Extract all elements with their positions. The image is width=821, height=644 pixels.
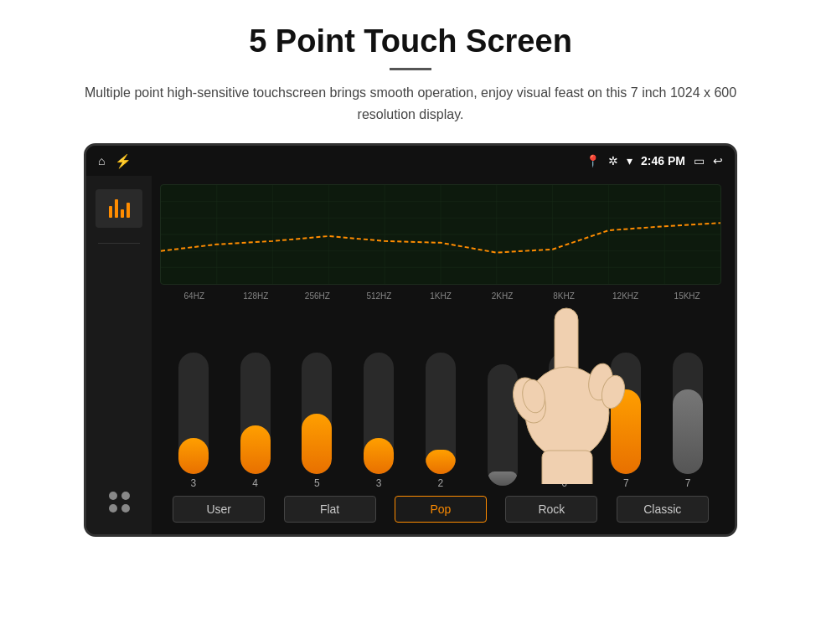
battery-icon: ▭ bbox=[694, 154, 705, 167]
slider-col-2khz bbox=[488, 364, 518, 489]
main-content: 64HZ 128HZ 256HZ 512HZ 1KHZ 2KHZ 8KHZ 12… bbox=[86, 176, 735, 534]
preset-buttons: User Flat Pop Rock Classic bbox=[160, 489, 721, 526]
bluetooth-icon: ✲ bbox=[608, 154, 618, 167]
preset-pop-button[interactable]: Pop bbox=[395, 496, 487, 523]
freq-8khz: 8KHZ bbox=[543, 291, 585, 301]
slider-col-12khz: 7 bbox=[611, 353, 641, 489]
slider-track-2khz[interactable] bbox=[488, 364, 518, 486]
freq-1khz: 1KHZ bbox=[420, 291, 462, 301]
freq-labels: 64HZ 128HZ 256HZ 512HZ 1KHZ 2KHZ 8KHZ 12… bbox=[160, 291, 721, 301]
preset-rock-button[interactable]: Rock bbox=[505, 496, 597, 523]
slider-val-512hz: 3 bbox=[376, 477, 382, 489]
preset-flat-button[interactable]: Flat bbox=[284, 496, 376, 523]
freq-256hz: 256HZ bbox=[297, 291, 338, 301]
slider-track-8khz[interactable] bbox=[549, 353, 579, 474]
status-left: ⌂ ⚡ bbox=[98, 153, 132, 169]
preset-user-button[interactable]: User bbox=[173, 496, 265, 523]
slider-val-1khz: 2 bbox=[438, 477, 444, 489]
slider-col-64hz: 3 bbox=[178, 353, 209, 489]
slider-col-8khz: 6 bbox=[549, 353, 579, 489]
slider-track-512hz[interactable] bbox=[364, 353, 394, 474]
slider-track-15khz[interactable] bbox=[673, 353, 703, 474]
slider-col-15khz: 7 bbox=[673, 353, 703, 489]
location-icon: 📍 bbox=[586, 154, 600, 167]
slider-track-1khz[interactable] bbox=[426, 353, 456, 474]
slider-val-12khz: 7 bbox=[623, 477, 629, 489]
subtitle: Multiple point high-sensitive touchscree… bbox=[67, 82, 754, 125]
eq-icon bbox=[109, 199, 130, 218]
slider-col-1khz: 2 bbox=[426, 353, 456, 489]
back-icon[interactable]: ↩ bbox=[713, 154, 723, 167]
preset-classic-button[interactable]: Classic bbox=[617, 496, 709, 523]
sliders-area: 3 4 5 bbox=[160, 306, 721, 489]
slider-track-256hz[interactable] bbox=[302, 353, 332, 474]
freq-512hz: 512HZ bbox=[358, 291, 400, 301]
device-frame: ⌂ ⚡ 📍 ✲ ▾ 2:46 PM ▭ ↩ bbox=[84, 143, 737, 537]
slider-col-512hz: 3 bbox=[364, 353, 394, 489]
eq-graph bbox=[160, 184, 721, 285]
freq-64hz: 64HZ bbox=[173, 291, 215, 301]
eq-sidebar-button[interactable] bbox=[96, 189, 142, 228]
slider-col-256hz: 5 bbox=[302, 353, 332, 489]
wifi-icon: ▾ bbox=[627, 154, 633, 167]
home-icon[interactable]: ⌂ bbox=[98, 154, 105, 167]
freq-2khz: 2KHZ bbox=[482, 291, 524, 301]
dots-icon bbox=[109, 492, 130, 513]
slider-val-128hz: 4 bbox=[252, 477, 258, 489]
eq-panel: 64HZ 128HZ 256HZ 512HZ 1KHZ 2KHZ 8KHZ 12… bbox=[152, 176, 735, 534]
slider-track-128hz[interactable] bbox=[240, 353, 271, 474]
slider-track-12khz[interactable] bbox=[611, 353, 641, 474]
slider-val-256hz: 5 bbox=[314, 477, 320, 489]
slider-val-64hz: 3 bbox=[191, 477, 197, 489]
status-right: 📍 ✲ ▾ 2:46 PM ▭ ↩ bbox=[586, 154, 723, 167]
freq-128hz: 128HZ bbox=[235, 291, 276, 301]
slider-track-64hz[interactable] bbox=[178, 353, 209, 474]
sidebar bbox=[86, 176, 152, 534]
status-bar: ⌂ ⚡ 📍 ✲ ▾ 2:46 PM ▭ ↩ bbox=[86, 146, 735, 176]
freq-12khz: 12KHZ bbox=[605, 291, 647, 301]
slider-col-128hz: 4 bbox=[240, 353, 271, 489]
title-divider bbox=[390, 68, 431, 70]
page-title: 5 Point Touch Screen bbox=[249, 23, 572, 59]
status-time: 2:46 PM bbox=[641, 154, 685, 167]
freq-15khz: 15KHZ bbox=[666, 291, 708, 301]
sidebar-divider bbox=[98, 243, 140, 244]
slider-val-8khz: 6 bbox=[561, 477, 567, 489]
usb-icon: ⚡ bbox=[115, 153, 132, 169]
slider-val-15khz: 7 bbox=[685, 477, 691, 489]
menu-sidebar-button[interactable] bbox=[96, 482, 142, 521]
